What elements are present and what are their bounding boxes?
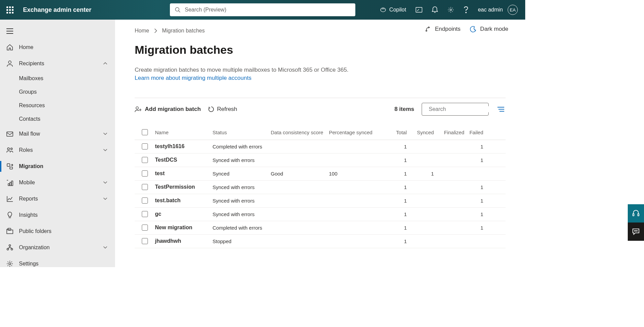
sidebar: HomeRecipientsMailboxesGroupsResourcesCo… xyxy=(0,20,115,267)
select-all-checkbox[interactable] xyxy=(142,129,148,135)
row-checkbox[interactable] xyxy=(142,170,148,177)
col-finalized[interactable]: Finalized xyxy=(438,130,468,135)
cell-name: testylh1616 xyxy=(155,143,213,149)
cell-synced: 1 xyxy=(411,171,438,177)
row-checkbox[interactable] xyxy=(142,157,148,163)
row-checkbox[interactable] xyxy=(142,225,148,231)
sidebar-item-mobile[interactable]: Mobile xyxy=(0,174,115,191)
svg-point-8 xyxy=(7,148,9,150)
home-icon xyxy=(6,44,14,51)
notifications-button[interactable] xyxy=(428,0,442,20)
sidebar-item-roles[interactable]: Roles xyxy=(0,142,115,158)
table-row[interactable]: testylh1616 Completed with errors 1 1 xyxy=(135,140,506,154)
col-total[interactable]: Total xyxy=(386,130,411,135)
table-search-input[interactable] xyxy=(429,106,496,112)
sidebar-item-recipients[interactable]: Recipients xyxy=(0,55,115,72)
sidebar-item-reports[interactable]: Reports xyxy=(0,191,115,207)
copilot-button[interactable]: Copilot xyxy=(376,0,410,20)
row-checkbox[interactable] xyxy=(142,197,148,204)
endpoints-icon xyxy=(425,26,431,32)
sidebar-subitem-mailboxes[interactable]: Mailboxes xyxy=(0,72,115,85)
table-row[interactable]: test Synced Good 100 1 1 xyxy=(135,167,506,181)
sidebar-item-mail-flow[interactable]: Mail flow xyxy=(0,126,115,142)
sidebar-item-label: Mobile xyxy=(19,180,35,186)
dark-mode-button[interactable]: Dark mode xyxy=(470,26,508,32)
svg-point-0 xyxy=(175,7,179,11)
sidebar-subitem-contacts[interactable]: Contacts xyxy=(0,112,115,126)
cell-status: Synced xyxy=(213,171,271,177)
app-launcher-button[interactable] xyxy=(0,0,20,20)
cell-failed: 1 xyxy=(468,225,487,231)
item-count: 8 items xyxy=(394,106,414,113)
col-dcs[interactable]: Data consistency score xyxy=(271,130,329,135)
row-checkbox[interactable] xyxy=(142,143,148,149)
sidebar-item-public-folders[interactable]: Public folders xyxy=(0,223,115,239)
row-checkbox[interactable] xyxy=(142,238,148,244)
org-icon xyxy=(6,244,14,251)
search-input[interactable] xyxy=(185,7,351,13)
add-migration-batch-button[interactable]: Add migration batch xyxy=(135,106,201,113)
col-status[interactable]: Status xyxy=(213,130,271,135)
row-checkbox[interactable] xyxy=(142,211,148,217)
cell-pct: 100 xyxy=(329,171,386,177)
col-synced[interactable]: Synced xyxy=(411,130,438,135)
hamburger-button[interactable] xyxy=(0,23,20,39)
help-button[interactable] xyxy=(460,0,472,20)
svg-point-22 xyxy=(136,107,138,109)
avatar[interactable]: EA xyxy=(508,5,518,15)
refresh-button[interactable]: Refresh xyxy=(208,106,237,113)
table-row[interactable]: gc Synced with errors 1 1 xyxy=(135,208,506,221)
sidebar-subitem-groups[interactable]: Groups xyxy=(0,85,115,99)
cell-total: 1 xyxy=(386,157,411,163)
table-search[interactable] xyxy=(422,103,489,116)
global-search[interactable] xyxy=(170,3,355,16)
cell-name: TestDCS xyxy=(155,157,213,163)
breadcrumb-current: Migration batches xyxy=(162,28,205,34)
sidebar-item-settings[interactable]: Settings xyxy=(0,256,115,267)
table-row[interactable]: New migration Completed with errors 1 1 xyxy=(135,221,506,235)
group-button[interactable] xyxy=(496,104,506,114)
learn-more-link[interactable]: Learn more about migrating multiple acco… xyxy=(135,75,251,81)
svg-line-1 xyxy=(179,11,180,13)
table-row[interactable]: test.batch Synced with errors 1 1 xyxy=(135,194,506,208)
sidebar-item-insights[interactable]: Insights xyxy=(0,207,115,223)
col-failed[interactable]: Failed xyxy=(468,130,487,135)
row-checkbox[interactable] xyxy=(142,184,148,190)
chart-icon xyxy=(6,195,14,203)
settings-button[interactable] xyxy=(443,0,458,20)
add-people-icon xyxy=(135,106,142,113)
cell-status: Synced with errors xyxy=(213,211,271,217)
cell-status: Stopped xyxy=(213,238,271,244)
col-pct[interactable]: Percentage synced xyxy=(329,130,386,135)
cell-failed: 1 xyxy=(468,211,487,217)
sidebar-subitem-resources[interactable]: Resources xyxy=(0,99,115,112)
chevron-down-icon xyxy=(103,246,108,249)
panel-button[interactable] xyxy=(412,0,426,20)
table-row[interactable]: jhawdhwh Stopped 1 xyxy=(135,235,506,248)
sidebar-item-label: Home xyxy=(19,44,34,50)
breadcrumb-home[interactable]: Home xyxy=(135,28,149,34)
gear-icon xyxy=(447,6,454,13)
person-icon xyxy=(6,60,14,67)
svg-point-9 xyxy=(11,148,13,150)
svg-point-19 xyxy=(11,249,13,250)
col-name[interactable]: Name xyxy=(155,130,213,135)
cell-failed: 1 xyxy=(468,184,487,190)
user-name[interactable]: eac admin EA xyxy=(474,0,522,20)
cell-failed: 1 xyxy=(468,198,487,204)
cell-name: test xyxy=(155,170,213,177)
chevron-down-icon xyxy=(103,148,108,152)
refresh-icon xyxy=(208,106,214,112)
sidebar-item-home[interactable]: Home xyxy=(0,39,115,55)
folder-icon xyxy=(6,228,14,235)
page-description: Create migration batches to move multipl… xyxy=(135,66,506,74)
svg-point-18 xyxy=(7,249,9,250)
endpoints-button[interactable]: Endpoints xyxy=(425,26,461,32)
sidebar-item-organization[interactable]: Organization xyxy=(0,239,115,256)
table-row[interactable]: TestPermission Synced with errors 1 1 xyxy=(135,181,506,194)
cell-total: 1 xyxy=(386,144,411,149)
sidebar-item-migration[interactable]: Migration xyxy=(0,158,115,174)
migration-table: Name Status Data consistency score Perce… xyxy=(135,125,506,248)
table-row[interactable]: TestDCS Synced with errors 1 1 xyxy=(135,154,506,167)
list-group-icon xyxy=(497,107,504,112)
